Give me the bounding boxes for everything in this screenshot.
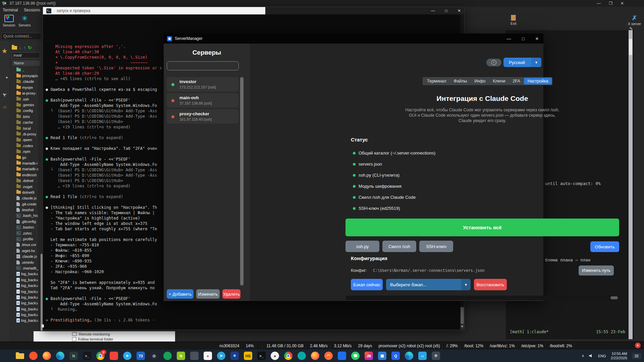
telegram-icon[interactable]: ➤ bbox=[123, 351, 132, 360]
content-hscrollbar[interactable] bbox=[345, 296, 619, 300]
servers-button[interactable]: ✳ Servers bbox=[18, 13, 31, 31]
backup-now-button[interactable]: Бэкап сейчас bbox=[351, 279, 383, 290]
teal-app-icon[interactable] bbox=[297, 351, 306, 360]
language-indicator[interactable]: ENG bbox=[598, 354, 606, 358]
rdp-icon[interactable]: ▣ bbox=[378, 351, 387, 360]
firefox-icon[interactable] bbox=[42, 351, 51, 360]
brave-icon[interactable] bbox=[29, 351, 38, 360]
download-icon[interactable]: ↓ bbox=[19, 45, 21, 50]
add-server-button[interactable]: + Добавить bbox=[167, 289, 194, 299]
terminal-icon[interactable]: >_ bbox=[257, 351, 266, 360]
sftp-scrollbar[interactable] bbox=[40, 41, 43, 342]
server-list: investor 173.212.212.157 [ssh] main-ovh … bbox=[167, 77, 238, 125]
hs-app-icon[interactable]: HS bbox=[244, 351, 253, 360]
photos-icon[interactable]: ❖ bbox=[230, 351, 239, 360]
edge-alt-icon[interactable] bbox=[405, 351, 414, 360]
install-all-button[interactable]: Установить всё bbox=[345, 219, 619, 236]
paper-plane-icon[interactable]: ➤ bbox=[0, 91, 9, 98]
whatsapp-icon[interactable]: ☎ bbox=[351, 351, 360, 360]
terminal-dark-icon[interactable]: >_ bbox=[83, 351, 92, 360]
edge-icon[interactable] bbox=[56, 351, 65, 360]
delete-server-button[interactable]: Удалить bbox=[222, 289, 240, 299]
screen: 37.187.136.86 ([root ovh]) — ❐ ✕ Termina… bbox=[0, 0, 644, 362]
server-name: investor bbox=[179, 79, 197, 84]
paint-icon[interactable]: ● bbox=[203, 351, 212, 360]
server-list-scrollbar[interactable] bbox=[240, 77, 244, 286]
sftp-path-input[interactable]: /root/ bbox=[12, 52, 40, 58]
scroll-down-icon[interactable]: ▼ bbox=[460, 324, 464, 329]
install-chip-button[interactable]: Скилл /ssh bbox=[382, 241, 416, 252]
mobaxterm-close-button[interactable]: ✕ bbox=[621, 1, 624, 6]
mobaxterm-restore-button[interactable]: ❐ bbox=[609, 1, 612, 6]
statusbar-close-button[interactable]: ✕ bbox=[635, 343, 641, 348]
follow-folder-checkbox[interactable] bbox=[72, 337, 76, 341]
dark-app-icon[interactable]: N bbox=[69, 351, 78, 360]
remote-monitoring-button[interactable]: Remote monitoring bbox=[34, 331, 175, 337]
server-list-item[interactable]: main-ovh 37.187.136.86 [ssh] bbox=[167, 93, 238, 108]
upload-icon[interactable]: ↑ bbox=[23, 45, 26, 50]
jetbrains-icon[interactable]: JB bbox=[364, 351, 373, 360]
volume-icon[interactable] bbox=[589, 354, 593, 358]
blue-app-icon[interactable] bbox=[337, 351, 346, 360]
servermanager-minimize-button[interactable]: — bbox=[504, 34, 514, 44]
menu-item[interactable]: Terminal bbox=[3, 8, 18, 12]
quick-assist-icon[interactable]: Q bbox=[391, 351, 400, 360]
server-list-item[interactable]: proxy-checker 161.97.118.40 [ssh] bbox=[167, 109, 238, 124]
chrome-beta-icon[interactable] bbox=[284, 351, 293, 360]
telegram-alt-icon[interactable]: ➤ bbox=[217, 351, 226, 360]
settings-app-icon[interactable]: ⚙ bbox=[431, 351, 440, 360]
servermanager-close-button[interactable]: ✕ bbox=[532, 34, 542, 44]
postman-icon[interactable]: ◠ bbox=[324, 351, 333, 360]
gray-app-icon[interactable] bbox=[190, 351, 199, 360]
install-chip-button[interactable]: SSH-ключ bbox=[419, 241, 453, 252]
exit-button[interactable]: Exit bbox=[511, 15, 517, 25]
x-server-button[interactable]: ✗ X server bbox=[628, 15, 641, 26]
quick-connect-input[interactable]: Quick connect... bbox=[1, 33, 41, 40]
status-item: Общий каталог (~/.server-connections) bbox=[353, 147, 435, 159]
restore-button[interactable]: Восстановить bbox=[474, 279, 507, 290]
github-icon[interactable]: ● bbox=[270, 351, 279, 360]
server-search-input[interactable] bbox=[167, 61, 239, 70]
mobaxterm-minimize-button[interactable]: — bbox=[597, 1, 601, 6]
config-path: C:\Users\Norman/.server-connections\serv… bbox=[373, 268, 484, 273]
terminal-scrollbar-thumb[interactable] bbox=[461, 307, 464, 324]
file-name: .gitconfig bbox=[21, 220, 36, 224]
tmux-session-label: [math] 1:claude* bbox=[510, 329, 549, 336]
menu-item[interactable]: Sessions bbox=[24, 8, 40, 12]
system-tray: ∧ ENG 10:55 AM 2/23/2026 32 bbox=[582, 350, 644, 362]
chrome-icon[interactable]: 2 bbox=[96, 351, 105, 360]
change-path-button[interactable]: Изменить путь bbox=[579, 265, 614, 276]
content-hscrollbar-thumb[interactable] bbox=[610, 296, 618, 299]
session-button[interactable]: Session bbox=[3, 13, 15, 31]
folder-up-icon[interactable] bbox=[12, 46, 17, 50]
notepadpp-icon[interactable]: N bbox=[176, 351, 185, 360]
servermanager-maximize-button[interactable]: □ bbox=[518, 34, 528, 44]
file-icon bbox=[16, 115, 21, 118]
terminal-minimize-button[interactable]: — bbox=[431, 8, 435, 13]
refresh-button[interactable]: Обновить bbox=[590, 241, 619, 252]
background-terminal-scrollbar[interactable] bbox=[629, 30, 633, 339]
obs-icon[interactable]: ◎ bbox=[150, 351, 159, 360]
file-icon bbox=[16, 254, 20, 258]
tray-chevron-icon[interactable]: ∧ bbox=[582, 354, 584, 358]
start-button[interactable] bbox=[2, 351, 11, 360]
firefox-alt-icon[interactable] bbox=[311, 351, 320, 360]
sftp-scrollbar-thumb[interactable] bbox=[41, 254, 43, 331]
sftp-name-header[interactable]: Name bbox=[12, 60, 40, 66]
edit-server-button[interactable]: Изменить bbox=[196, 289, 220, 299]
terminal-tab[interactable]: · запуск и проверка bbox=[43, 7, 265, 14]
terminal-maximize-button[interactable]: □ bbox=[445, 8, 447, 13]
server-list-item[interactable]: investor 173.212.212.157 [ssh] bbox=[167, 77, 238, 92]
backup-select[interactable]: Выберите бэкап... ▼ bbox=[386, 279, 471, 290]
green-app-icon[interactable] bbox=[163, 351, 172, 360]
terminal-close-button[interactable]: ✕ bbox=[458, 8, 461, 13]
vscode-icon[interactable]: ‹› bbox=[418, 351, 427, 360]
favorites-star-icon[interactable]: ★ bbox=[0, 47, 9, 55]
anydesk-icon[interactable] bbox=[109, 351, 118, 360]
clock[interactable]: 10:55 AM 2/23/2026 bbox=[611, 352, 627, 360]
speedtest-73-icon[interactable]: 73 bbox=[136, 351, 145, 360]
file-explorer-icon[interactable] bbox=[15, 351, 24, 360]
refresh-icon[interactable]: ↻ bbox=[28, 45, 32, 50]
notification-count[interactable]: 32 bbox=[632, 353, 641, 359]
install-chip-button[interactable]: ssh.py bbox=[345, 241, 379, 252]
